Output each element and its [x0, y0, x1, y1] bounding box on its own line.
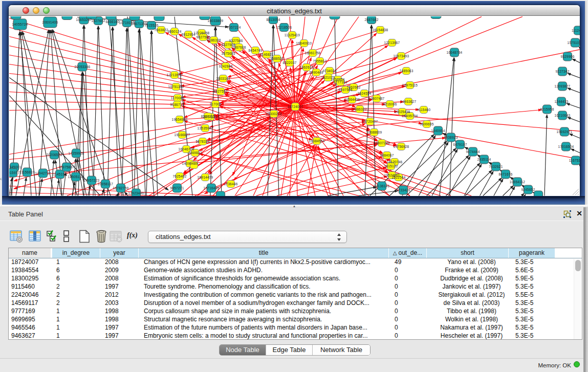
column-header-out-de-[interactable]: △out_de...	[389, 248, 427, 258]
column-header-in-degree[interactable]: in_degree	[52, 248, 100, 258]
network-canvas[interactable]: 1405572420691406106532671527602646616010…	[9, 16, 580, 196]
cell-pagerank[interactable]: 5.3E-5	[513, 283, 560, 291]
cell-pagerank[interactable]: 5.3E-5	[513, 324, 560, 332]
cell-short[interactable]: Yano et al. (2008)	[430, 258, 513, 267]
graph-edge[interactable]	[134, 29, 139, 196]
close-panel-icon[interactable]: ✕	[576, 210, 583, 217]
cell-in-degree[interactable]: 1	[54, 332, 102, 340]
graph-edge[interactable]	[139, 29, 145, 196]
cell-title[interactable]: Estimation of significance thresholds fo…	[141, 275, 392, 283]
table-selector-dropdown[interactable]: citations_edges.txt	[148, 231, 347, 243]
table-row[interactable]: 946362711997Embryonic stem cells: a mode…	[9, 332, 582, 340]
graph-edge[interactable]	[419, 142, 448, 196]
cell-in-degree[interactable]: 2	[54, 283, 102, 291]
cell-out-de-[interactable]: 0	[392, 283, 430, 291]
graph-edge[interactable]	[109, 17, 123, 196]
table-row[interactable]: 2242004622012Investigating the contribut…	[9, 291, 582, 299]
cell-short[interactable]: Tibbo et al. (1998)	[430, 308, 513, 316]
cell-name[interactable]: 18300295	[9, 275, 54, 283]
column-header-pagerank[interactable]: pagerank	[509, 248, 555, 258]
cell-out-de-[interactable]: 0	[392, 316, 430, 324]
node-table[interactable]: namein_degreeyeartitle△out_de...shortpag…	[8, 248, 582, 340]
cell-year[interactable]: 2008	[102, 275, 141, 283]
cell-in-degree[interactable]: 2	[54, 291, 102, 299]
cell-in-degree[interactable]: 6	[54, 275, 102, 283]
graph-edge[interactable]	[464, 164, 482, 196]
cell-in-degree[interactable]: 2	[54, 299, 102, 308]
graph-edge-selected[interactable]	[295, 17, 522, 107]
cell-short[interactable]: Dudbridge et al. (2008)	[430, 275, 513, 283]
cell-year[interactable]: 2003	[102, 299, 141, 308]
graph-edge-selected[interactable]	[9, 64, 295, 107]
cell-title[interactable]: Investigating the contribution of common…	[141, 291, 392, 299]
graph-node[interactable]	[154, 16, 164, 21]
cell-short[interactable]: de Silva et al. (2003)	[430, 299, 513, 308]
cell-year[interactable]: 1997	[102, 283, 141, 291]
table-row[interactable]: 1872400712008Changes of HCN gene express…	[9, 258, 582, 267]
table-row[interactable]: 969969511998Structural magnetic resonanc…	[9, 316, 582, 324]
cell-name[interactable]: 9465546	[9, 324, 54, 332]
cell-title[interactable]: Tourette syndrome. Phenomenology and cla…	[141, 283, 392, 291]
cell-title[interactable]: Disruption of a novel member of a sodium…	[141, 299, 392, 308]
graph-edge[interactable]	[215, 27, 222, 196]
table-settings-icon[interactable]	[10, 230, 23, 243]
graph-edge[interactable]	[450, 58, 454, 196]
tab-network-table[interactable]: Network Table	[312, 345, 370, 355]
cell-pagerank[interactable]: 5.6E-5	[513, 267, 560, 275]
graph-node[interactable]	[11, 16, 21, 19]
graph-edge[interactable]	[568, 117, 580, 122]
graph-edge-selected[interactable]	[9, 55, 295, 107]
cell-pagerank[interactable]: 5.9E-5	[513, 275, 560, 283]
cell-pagerank[interactable]: 5.3E-5	[513, 299, 560, 308]
column-header-title[interactable]: title	[139, 248, 389, 258]
cell-short[interactable]: Wolkin et al. (1998)	[430, 316, 513, 324]
graph-edge[interactable]	[579, 165, 580, 168]
cell-name[interactable]: 14569117	[9, 299, 54, 308]
graph-edge[interactable]	[570, 134, 580, 139]
cell-year[interactable]: 2012	[102, 291, 141, 299]
cell-out-de-[interactable]: 0	[392, 308, 430, 316]
graph-edge[interactable]	[571, 149, 580, 154]
cell-out-de-[interactable]: 49	[392, 258, 430, 267]
graph-edge[interactable]	[567, 103, 580, 109]
graph-node[interactable]	[129, 16, 140, 20]
delete-table-icon[interactable]	[110, 230, 123, 243]
cell-year[interactable]: 1997	[102, 324, 141, 332]
column-header-short[interactable]: short	[427, 248, 509, 258]
cell-name[interactable]: 22420046	[9, 291, 54, 299]
graph-node[interactable]	[62, 16, 72, 20]
graph-edge[interactable]	[545, 115, 547, 196]
cell-short[interactable]: Jankovic et al. (1997)	[430, 283, 513, 291]
graph-node[interactable]	[106, 16, 116, 20]
graph-edge[interactable]	[572, 59, 580, 63]
unselect-all-icon[interactable]	[62, 230, 70, 243]
cell-title[interactable]: Genome-wide association studies in ADHD.	[141, 267, 392, 275]
window-titlebar[interactable]: citations_edges.txt	[9, 5, 580, 16]
graph-edge[interactable]	[568, 73, 580, 78]
graph-edge[interactable]	[139, 17, 154, 196]
function-builder-icon[interactable]: f(x)	[127, 231, 138, 239]
graph-edge[interactable]	[465, 170, 492, 196]
cell-year[interactable]: 1997	[102, 332, 141, 340]
tab-node-table[interactable]: Node Table	[220, 345, 266, 355]
cell-year[interactable]: 1998	[102, 316, 141, 324]
cell-title[interactable]: Corpus callosum shape and size in male p…	[141, 308, 392, 316]
graph-node[interactable]	[534, 191, 543, 196]
graph-node[interactable]	[431, 16, 441, 19]
cell-title[interactable]: Structural magnetic resonance image aver…	[141, 316, 392, 324]
graph-edge[interactable]	[446, 163, 481, 196]
cell-pagerank[interactable]: 5.3E-5	[513, 332, 560, 340]
cell-name[interactable]: 9115460	[9, 283, 54, 291]
cell-in-degree[interactable]: 1	[54, 316, 102, 324]
cell-out-de-[interactable]: 0	[392, 267, 430, 275]
select-all-icon[interactable]	[46, 230, 59, 243]
graph-edge[interactable]	[127, 28, 133, 196]
cell-in-degree[interactable]: 1	[54, 308, 102, 316]
cell-pagerank[interactable]: 5.5E-5	[513, 291, 560, 299]
graph-edge-selected[interactable]	[277, 167, 386, 196]
float-window-icon[interactable]	[563, 210, 571, 218]
graph-edge[interactable]	[56, 180, 59, 196]
new-table-icon[interactable]	[78, 230, 91, 243]
cell-name[interactable]: 9777169	[9, 308, 54, 316]
cell-in-degree[interactable]: 1	[54, 324, 102, 332]
